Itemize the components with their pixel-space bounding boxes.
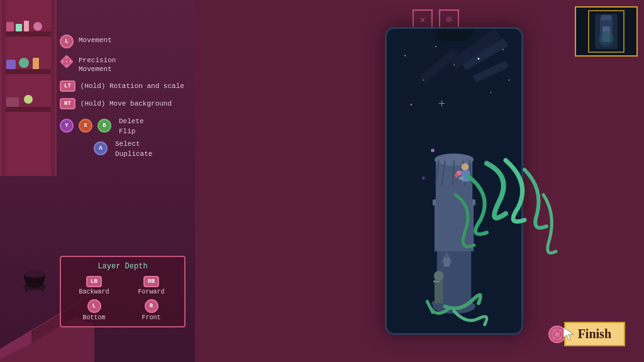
svg-point-7 — [33, 22, 42, 31]
b-button: B — [97, 119, 111, 133]
diamond-button — [60, 55, 74, 69]
finish-icon-svg — [551, 328, 564, 341]
canvas-notch — [435, 29, 473, 41]
svg-point-55 — [404, 55, 406, 57]
forward-label: Forward — [138, 288, 164, 295]
svg-point-97 — [599, 31, 614, 47]
rt-button: RT — [60, 98, 75, 109]
movement-label: Movement — [79, 35, 112, 45]
backward-label: Backward — [79, 288, 109, 295]
bottom-control: L Bottom — [67, 299, 121, 321]
svg-point-27 — [65, 57, 68, 59]
minimap — [575, 6, 638, 57]
svg-point-12 — [24, 95, 33, 104]
svg-rect-3 — [3, 107, 53, 112]
room-shelf — [0, 0, 57, 176]
svg-point-60 — [509, 80, 510, 81]
svg-point-56 — [435, 46, 436, 47]
controls-panel: L Movement PrecisionMovement LT (Hold) R… — [0, 0, 195, 362]
lt-button: LT — [60, 80, 75, 92]
svg-rect-24 — [25, 285, 28, 292]
layer-depth-title: Layer Depth — [67, 262, 178, 271]
precision-label: PrecisionMovement — [79, 55, 116, 74]
svg-rect-4 — [6, 22, 14, 31]
precision-control: PrecisionMovement — [60, 55, 192, 74]
svg-point-67 — [422, 177, 425, 180]
svg-point-102 — [553, 337, 555, 339]
front-label: Front — [142, 314, 160, 321]
l-button: L — [60, 35, 74, 48]
forward-control: RB Forward — [125, 276, 178, 295]
svg-rect-1 — [3, 31, 53, 36]
svg-point-103 — [559, 337, 562, 339]
movement-control: L Movement — [60, 35, 192, 48]
tentacles-decoration — [449, 157, 562, 283]
movebg-label: (Hold) Move background — [80, 98, 172, 108]
y-control: Y X B Delete Flip — [60, 116, 192, 136]
svg-point-23 — [24, 270, 45, 278]
minimap-svg — [576, 8, 636, 55]
svg-point-28 — [65, 64, 68, 67]
svg-rect-2 — [3, 69, 53, 74]
svg-point-101 — [559, 329, 562, 332]
finish-button-group[interactable]: Finish — [548, 322, 625, 346]
svg-point-63 — [490, 92, 491, 93]
rotation-label: (Hold) Rotation and scale — [80, 80, 184, 90]
cursor-svg — [564, 327, 574, 340]
a-labels: Select Duplicate — [115, 138, 152, 159]
y-button: Y — [60, 119, 74, 133]
movebg-control: RT (Hold) Move background — [60, 98, 192, 109]
svg-point-100 — [553, 329, 555, 332]
svg-point-62 — [410, 104, 412, 106]
cursor — [564, 327, 574, 343]
x-button: X — [79, 119, 92, 133]
svg-marker-104 — [564, 327, 574, 340]
svg-point-9 — [19, 58, 29, 68]
svg-rect-10 — [33, 58, 39, 69]
yxb-labels: Delete Flip — [119, 116, 144, 136]
svg-rect-6 — [24, 21, 29, 31]
controls-list: L Movement PrecisionMovement LT (Hold) R… — [60, 35, 192, 159]
svg-point-31 — [65, 60, 68, 63]
r-button: R — [145, 299, 158, 313]
close-icon: ✕ — [420, 14, 425, 25]
svg-rect-14 — [51, 0, 55, 176]
rb-button: RB — [143, 276, 159, 287]
canvas-area: ✕ ⌾ — [195, 0, 644, 362]
a-button: A — [94, 141, 108, 155]
layer-depth-grid: LB Backward RB Forward L Bottom R Front — [67, 276, 178, 321]
svg-rect-8 — [6, 60, 16, 69]
svg-point-29 — [62, 60, 64, 63]
svg-rect-11 — [6, 97, 19, 107]
lb-button: LB — [86, 276, 102, 287]
cauldron — [19, 261, 50, 293]
svg-rect-94 — [601, 15, 611, 20]
svg-point-57 — [477, 58, 479, 60]
bottom-label: Bottom — [82, 314, 105, 321]
action-buttons-group: Y X B Delete Flip A Select Duplicate — [60, 116, 192, 159]
tentacles-svg — [449, 157, 562, 295]
svg-rect-13 — [2, 0, 6, 176]
rotation-control: LT (Hold) Rotation and scale — [60, 80, 192, 92]
front-control: R Front — [125, 299, 178, 321]
svg-point-66 — [431, 148, 435, 152]
minimap-inner — [576, 8, 636, 55]
svg-point-58 — [502, 49, 504, 50]
l-depth-button: L — [87, 299, 101, 313]
svg-point-30 — [69, 60, 72, 63]
svg-point-59 — [423, 80, 424, 81]
svg-rect-25 — [42, 285, 44, 292]
layer-depth-box: Layer Depth LB Backward RB Forward L Bot… — [60, 256, 186, 327]
svg-point-89 — [434, 271, 444, 281]
svg-point-99 — [555, 332, 560, 337]
backward-control: LB Backward — [67, 276, 121, 295]
svg-rect-90 — [433, 281, 440, 283]
a-control: A Select Duplicate — [92, 138, 192, 159]
svg-rect-5 — [16, 24, 22, 31]
svg-point-61 — [453, 64, 455, 65]
controller-icon: ⌾ — [447, 14, 452, 25]
